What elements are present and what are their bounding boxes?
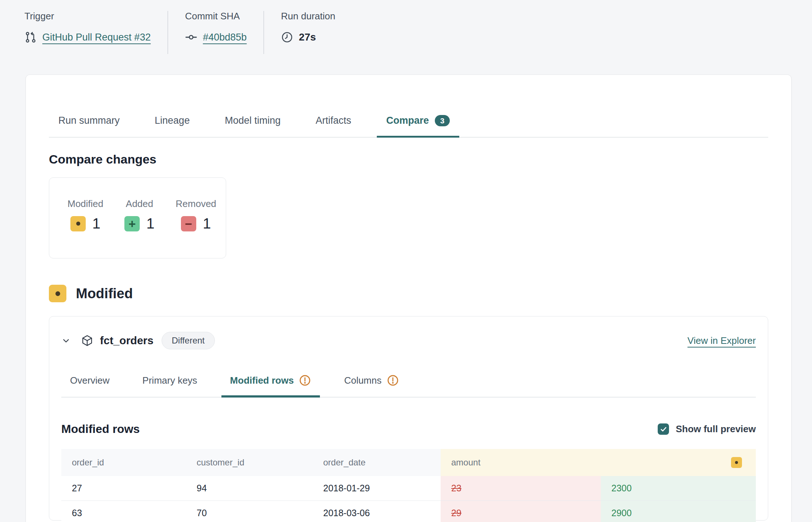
cell-amount-old: 29 — [441, 501, 601, 522]
column-header: order_id — [61, 449, 186, 476]
status-badge: Different — [162, 332, 215, 349]
model-cube-icon — [81, 334, 93, 347]
run-detail-card: Run summary Lineage Model timing Artifac… — [26, 74, 792, 522]
preview-title: Modified rows — [61, 422, 140, 436]
cell-order-id: 27 — [61, 476, 186, 500]
removed-count: 1 — [203, 215, 211, 232]
tab-artifacts[interactable]: Artifacts — [306, 110, 361, 138]
commit-icon — [185, 31, 197, 43]
cell-amount-old: 23 — [441, 476, 601, 500]
preview-header: Modified rows Show full preview — [61, 422, 756, 436]
clock-icon — [281, 31, 293, 43]
view-in-explorer-link[interactable]: View in Explorer — [688, 335, 756, 346]
column-header: customer_id — [186, 449, 313, 476]
header-divider — [263, 11, 264, 54]
commit-column: Commit SHA #40bd85b — [185, 10, 247, 45]
duration-column: Run duration 27s — [281, 10, 335, 45]
modified-icon — [49, 285, 66, 302]
commit-link[interactable]: #40bd85b — [203, 32, 247, 43]
model-compare-card: fct_orders Different View in Explorer Ov… — [49, 316, 768, 521]
pull-request-icon — [24, 31, 37, 43]
tab-compare[interactable]: Compare 3 — [377, 110, 460, 138]
cell-amount-new: 2300 — [601, 476, 756, 500]
cell-order-date: 2018-01-29 — [313, 476, 441, 500]
stat-removed: Removed − 1 — [176, 198, 216, 258]
page-title: Compare changes — [49, 152, 768, 166]
stat-added: Added + 1 — [124, 198, 154, 258]
compare-count-badge: 3 — [435, 115, 450, 126]
table-header-row: order_id customer_id order_date amount — [61, 449, 756, 476]
toggle-label: Show full preview — [676, 423, 756, 435]
show-full-preview-toggle[interactable]: Show full preview — [658, 423, 756, 435]
tab-lineage[interactable]: Lineage — [145, 110, 199, 138]
added-count: 1 — [146, 215, 154, 232]
tab-overview[interactable]: Overview — [61, 365, 118, 398]
modified-section-header: Modified — [49, 285, 768, 302]
cell-order-date: 2018-03-06 — [313, 501, 441, 522]
tab-modified-rows[interactable]: Modified rows — [221, 365, 320, 398]
modified-icon — [731, 457, 742, 468]
duration-value: 27s — [299, 31, 316, 43]
stat-modified: Modified 1 — [67, 198, 103, 258]
run-tabs: Run summary Lineage Model timing Artifac… — [49, 110, 768, 138]
model-name: fct_orders — [100, 334, 154, 347]
modified-icon — [70, 216, 86, 231]
run-meta-header: Trigger GitHub Pull Request #32 Commit S… — [0, 0, 812, 54]
cell-amount-new: 2900 — [601, 501, 756, 522]
warning-icon — [387, 374, 399, 387]
checkbox-checked-icon[interactable] — [658, 423, 669, 435]
header-divider — [167, 11, 168, 54]
tab-columns[interactable]: Columns — [335, 365, 408, 398]
chevron-down-icon[interactable] — [61, 336, 71, 345]
trigger-link[interactable]: GitHub Pull Request #32 — [42, 32, 151, 43]
commit-label: Commit SHA — [185, 10, 247, 22]
cell-order-id: 63 — [61, 501, 186, 522]
modified-count: 1 — [92, 215, 100, 232]
modified-rows-table: order_id customer_id order_date amount 2… — [61, 449, 756, 522]
table-row: 63 70 2018-03-06 29 2900 — [61, 500, 756, 522]
warning-icon — [299, 374, 311, 387]
trigger-column: Trigger GitHub Pull Request #32 — [24, 10, 151, 45]
model-header-row: fct_orders Different View in Explorer — [61, 330, 756, 351]
column-header: order_date — [313, 449, 441, 476]
added-icon: + — [124, 216, 140, 231]
model-tabs: Overview Primary keys Modified rows Colu… — [61, 365, 756, 398]
tab-model-timing[interactable]: Model timing — [215, 110, 290, 138]
table-row: 27 94 2018-01-29 23 2300 — [61, 476, 756, 500]
modified-section-title: Modified — [76, 286, 133, 302]
removed-icon: − — [181, 216, 196, 231]
tab-primary-keys[interactable]: Primary keys — [134, 365, 206, 398]
column-header-amount: amount — [441, 449, 756, 476]
tab-run-summary[interactable]: Run summary — [49, 110, 129, 138]
trigger-label: Trigger — [24, 10, 151, 22]
change-stats-card: Modified 1 Added + 1 Removed − 1 — [49, 177, 226, 258]
duration-label: Run duration — [281, 10, 335, 22]
cell-customer-id: 94 — [186, 476, 313, 500]
cell-customer-id: 70 — [186, 501, 313, 522]
